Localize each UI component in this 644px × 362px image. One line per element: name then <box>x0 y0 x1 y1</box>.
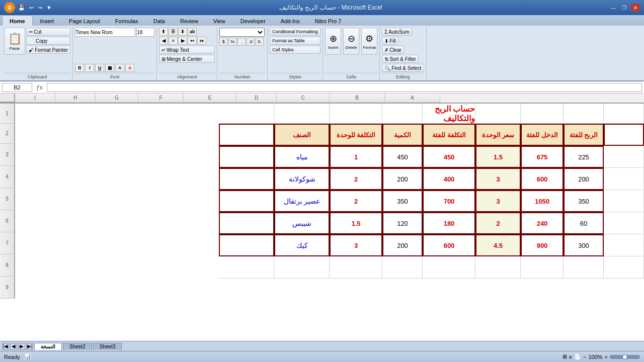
increase-decimal-btn[interactable]: 0. <box>256 38 264 46</box>
qa-dropdown[interactable]: ▼ <box>45 4 53 11</box>
bold-button[interactable]: B <box>75 64 84 72</box>
copy-button[interactable]: 📄 Copy <box>26 37 70 45</box>
cell-C8[interactable] <box>330 256 382 279</box>
row-num-8[interactable]: 8 <box>0 254 15 277</box>
align-middle-btn[interactable]: ☰ <box>169 28 178 36</box>
cell-A1[interactable] <box>219 104 274 124</box>
cell-D4[interactable]: 200 <box>382 168 423 190</box>
tab-add-ins[interactable]: Add-Ins <box>273 16 307 26</box>
cell-G4[interactable]: 600 <box>521 168 564 190</box>
row-num-5[interactable]: 5 <box>0 188 15 210</box>
cell-B8[interactable] <box>274 256 330 279</box>
delete-button[interactable]: ⊖ Delete <box>343 28 359 55</box>
autosum-btn[interactable]: Σ AutoSum <box>382 28 412 36</box>
cell-I4[interactable] <box>604 168 644 190</box>
sheet-last-btn[interactable]: ▶| <box>26 343 33 350</box>
cell-D2[interactable]: الكمية <box>382 124 423 146</box>
percent-btn[interactable]: % <box>228 38 236 46</box>
cell-E8[interactable] <box>423 256 475 279</box>
cell-I5[interactable] <box>604 190 644 212</box>
align-right-btn[interactable]: ▶ <box>178 37 187 45</box>
zoom-slider[interactable] <box>610 355 640 359</box>
cell-B4[interactable]: شوكولاتة <box>274 168 330 190</box>
row-num-4[interactable]: 4 <box>0 166 15 188</box>
tab-view[interactable]: View <box>206 16 233 26</box>
tab-formulas[interactable]: Formulas <box>108 16 146 26</box>
decrease-indent-btn[interactable]: ↤ <box>188 37 197 45</box>
col-header-H[interactable]: H <box>55 94 96 103</box>
cell-H4[interactable]: 200 <box>564 168 604 190</box>
cell-C7[interactable]: 3 <box>330 234 382 256</box>
sheet-tab-1[interactable]: النسخة <box>34 343 62 350</box>
col-header-C[interactable]: C <box>277 94 330 103</box>
close-btn[interactable]: ✕ <box>631 4 640 11</box>
cell-E3[interactable]: 450 <box>423 146 475 168</box>
col-header-G[interactable]: G <box>96 94 138 103</box>
cell-A4[interactable] <box>219 168 274 190</box>
format-as-table-btn[interactable]: Format as Table <box>270 37 320 45</box>
tab-insert[interactable]: Insert <box>33 16 62 26</box>
tab-home[interactable]: Home <box>2 15 33 26</box>
col-header-A[interactable]: A <box>385 94 440 103</box>
cell-F1[interactable] <box>475 104 521 124</box>
border-button[interactable]: ▦ <box>105 64 114 72</box>
align-bottom-btn[interactable]: ⬇ <box>178 28 187 36</box>
col-header-D[interactable]: D <box>236 94 277 103</box>
cell-I8[interactable] <box>604 256 644 279</box>
cell-H7[interactable]: 300 <box>564 234 604 256</box>
cell-E5[interactable]: 700 <box>423 190 475 212</box>
cell-I1[interactable] <box>604 104 644 124</box>
cell-G5[interactable]: 1050 <box>521 190 564 212</box>
qa-redo[interactable]: ↪ <box>37 4 43 12</box>
tab-data[interactable]: Data <box>146 16 173 26</box>
col-header-I[interactable]: I <box>15 94 55 103</box>
cell-A6[interactable] <box>219 212 274 234</box>
cell-I3[interactable] <box>604 146 644 168</box>
decrease-decimal-btn[interactable]: .0 <box>247 38 255 46</box>
wrap-text-btn[interactable]: ↵ Wrap Text <box>159 46 215 54</box>
formula-input[interactable] <box>47 83 642 92</box>
cell-D1[interactable] <box>382 104 423 124</box>
cell-B1[interactable] <box>274 104 330 124</box>
cell-F7[interactable]: 4.5 <box>475 234 521 256</box>
cell-C1[interactable] <box>330 104 382 124</box>
restore-btn[interactable]: ❐ <box>620 4 629 11</box>
row-num-1[interactable]: 1 <box>0 104 15 124</box>
cell-F4[interactable]: 3 <box>475 168 521 190</box>
cell-G3[interactable]: 675 <box>521 146 564 168</box>
cell-A2[interactable] <box>219 124 274 146</box>
cell-I7[interactable] <box>604 234 644 256</box>
cell-G1[interactable] <box>521 104 564 124</box>
cell-E2[interactable]: التكلفة للفئة <box>423 124 475 146</box>
row-num-6[interactable]: 6 <box>0 210 15 232</box>
cell-C2[interactable]: التكلفة للوحدة <box>330 124 382 146</box>
row-num-3[interactable]: 3 <box>0 144 15 166</box>
zoom-out-btn[interactable]: − <box>583 354 586 360</box>
col-header-E[interactable]: E <box>184 94 236 103</box>
col-header-F[interactable]: F <box>138 94 184 103</box>
qa-save[interactable]: 💾 <box>17 4 26 12</box>
cell-H5[interactable]: 350 <box>564 190 604 212</box>
cell-I2[interactable] <box>604 124 644 146</box>
cell-H2[interactable]: الربح للفئة <box>564 124 604 146</box>
format-painter-button[interactable]: 🖌 Format Painter <box>26 46 70 54</box>
cell-F8[interactable] <box>475 256 521 279</box>
increase-indent-btn[interactable]: ↦ <box>197 37 206 45</box>
cell-C4[interactable]: 2 <box>330 168 382 190</box>
cell-A5[interactable] <box>219 190 274 212</box>
find-select-btn[interactable]: 🔍 Find & Select <box>382 64 424 72</box>
currency-btn[interactable]: $ <box>219 38 227 46</box>
cell-D7[interactable]: 200 <box>382 234 423 256</box>
cell-B6[interactable]: شيبس <box>274 212 330 234</box>
tab-nitro[interactable]: Nitro Pro 7 <box>307 16 349 26</box>
sheet-next-btn[interactable]: ▶ <box>18 343 25 350</box>
row-num-2[interactable]: 2 <box>0 124 15 144</box>
page-layout-btn[interactable]: ⊞ <box>562 353 567 360</box>
cell-B5[interactable]: عصير برتقال <box>274 190 330 212</box>
comma-btn[interactable]: , <box>237 38 246 46</box>
align-left-btn[interactable]: ◀ <box>159 37 168 45</box>
tab-review[interactable]: Review <box>173 16 206 26</box>
cell-H6[interactable]: 60 <box>564 212 604 234</box>
align-top-btn[interactable]: ⬆ <box>159 28 168 36</box>
cell-C6[interactable]: 1.5 <box>330 212 382 234</box>
